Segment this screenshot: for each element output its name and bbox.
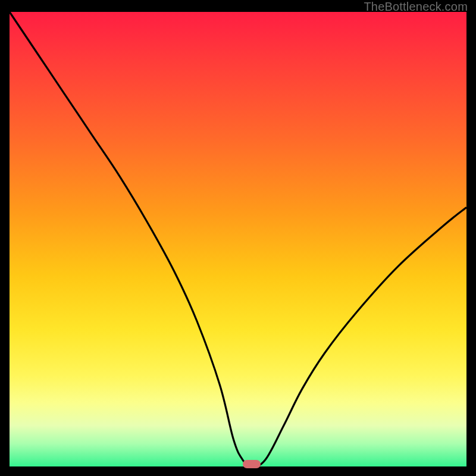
chart-frame: TheBottleneck.com xyxy=(0,0,476,476)
bottleneck-curve xyxy=(10,12,466,466)
curve-path xyxy=(10,12,466,466)
plot-area xyxy=(10,12,466,466)
optimal-marker-icon xyxy=(243,460,261,468)
